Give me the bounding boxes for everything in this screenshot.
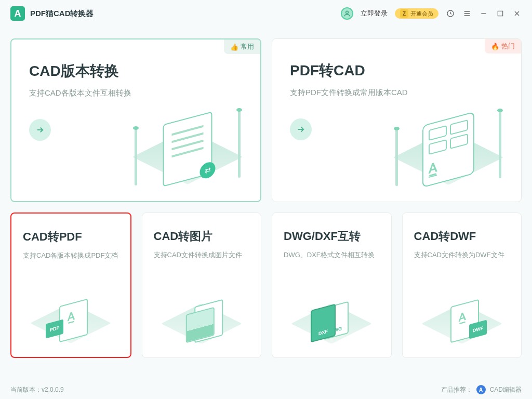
recommend-icon: A xyxy=(476,385,486,394)
card-subtitle: 支持PDF文件转换成常用版本CAD xyxy=(290,88,503,98)
footer: 当前版本： v2.0.0.9 产品推荐： A CAD编辑器 xyxy=(0,380,532,399)
app-logo: A xyxy=(10,6,25,21)
vip-button[interactable]: Z 开通会员 xyxy=(395,8,438,19)
history-icon[interactable] xyxy=(446,9,455,18)
fire-icon: 🔥 xyxy=(491,43,499,50)
login-link[interactable]: 立即登录 xyxy=(361,9,388,18)
tools-row: CAD转PDF 支持CAD各版本转换成PDF文档 A̲ PDF CAD转图片 支… xyxy=(10,212,522,358)
card-title: PDF转CAD xyxy=(290,61,503,81)
card-pdf-to-cad[interactable]: 🔥 热门 PDF转CAD 支持PDF文件转换成常用版本CAD A̲ xyxy=(272,38,522,202)
card-title: CAD转PDF xyxy=(23,229,119,245)
card-dwg-dxf-convert[interactable]: DWG/DXF互转 DWG、DXF格式文件相互转换 DWG DXF xyxy=(272,212,392,358)
illustration: DWG DXF xyxy=(295,285,368,352)
illustration: A̲ xyxy=(165,285,238,352)
close-icon[interactable] xyxy=(512,9,522,18)
recommend-product[interactable]: CAD编辑器 xyxy=(490,385,522,394)
thumbs-up-icon: 👍 xyxy=(230,43,238,51)
user-avatar[interactable] xyxy=(341,7,353,20)
svg-rect-2 xyxy=(498,11,502,16)
card-subtitle: DWG、DXF格式文件相互转换 xyxy=(284,250,380,260)
card-cad-version-convert[interactable]: 👍 常用 CAD版本转换 支持CAD各版本文件互相转换 ⇄ xyxy=(10,38,261,202)
illustration: ⇄ xyxy=(125,97,250,201)
main-content: 👍 常用 CAD版本转换 支持CAD各版本文件互相转换 ⇄ 🔥 热门 xyxy=(0,27,532,358)
version-label: 当前版本： xyxy=(10,385,42,394)
svg-point-0 xyxy=(346,11,349,14)
featured-row: 👍 常用 CAD版本转换 支持CAD各版本文件互相转换 ⇄ 🔥 热门 xyxy=(10,38,522,202)
illustration: A̲ xyxy=(386,98,511,202)
card-title: DWG/DXF互转 xyxy=(284,229,380,244)
card-title: CAD转图片 xyxy=(154,229,250,244)
dxf-label: DXF xyxy=(311,304,336,343)
badge-hot: 🔥 热门 xyxy=(485,39,521,54)
titlebar: A PDF猫CAD转换器 立即登录 Z 开通会员 xyxy=(0,0,532,27)
footer-right: 产品推荐： A CAD编辑器 xyxy=(441,385,522,394)
card-subtitle: 支持CAD文件转换成图片文件 xyxy=(154,250,250,260)
badge-label: 常用 xyxy=(241,42,254,51)
card-cad-to-pdf[interactable]: CAD转PDF 支持CAD各版本转换成PDF文档 A̲ PDF xyxy=(10,212,131,358)
maximize-icon[interactable] xyxy=(496,9,505,18)
vip-badge-icon: Z xyxy=(400,9,408,18)
badge-common: 👍 常用 xyxy=(224,39,260,54)
illustration: A̲ DWF xyxy=(425,285,498,352)
titlebar-right: 立即登录 Z 开通会员 xyxy=(341,7,522,20)
app-title: PDF猫CAD转换器 xyxy=(30,9,94,19)
version-value: v2.0.0.9 xyxy=(42,386,64,393)
arrow-button[interactable] xyxy=(290,118,312,140)
card-title: CAD转DWF xyxy=(414,229,510,244)
illustration: A̲ PDF xyxy=(34,284,107,352)
card-title: CAD版本转换 xyxy=(29,61,243,81)
recommend-label: 产品推荐： xyxy=(441,385,472,394)
card-cad-to-image[interactable]: CAD转图片 支持CAD文件转换成图片文件 A̲ xyxy=(142,212,262,358)
card-cad-to-dwf[interactable]: CAD转DWF 支持CAD文件转换为DWF文件 A̲ DWF xyxy=(402,212,522,358)
arrow-button[interactable] xyxy=(29,119,51,141)
badge-label: 热门 xyxy=(501,42,515,51)
menu-icon[interactable] xyxy=(462,9,472,18)
minimize-icon[interactable] xyxy=(479,9,488,18)
card-subtitle: 支持CAD文件转换为DWF文件 xyxy=(414,250,510,260)
card-subtitle: 支持CAD各版本转换成PDF文档 xyxy=(23,251,119,260)
vip-label: 开通会员 xyxy=(410,10,433,18)
